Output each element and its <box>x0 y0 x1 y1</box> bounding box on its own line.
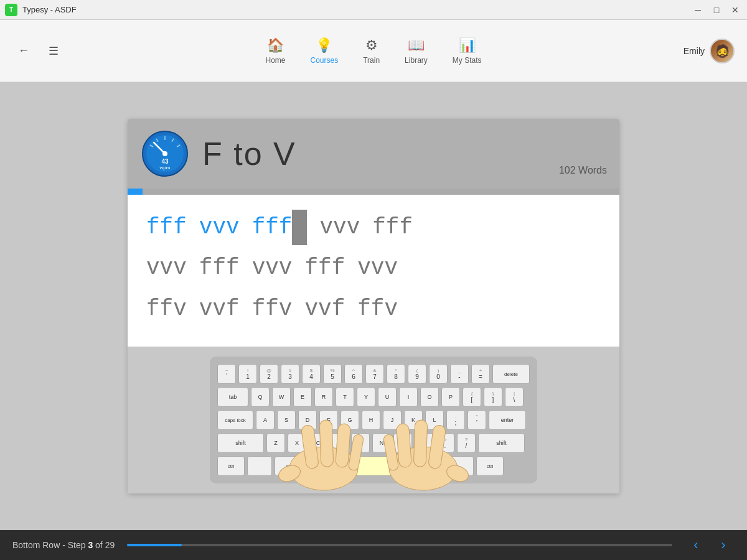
key-lbracket[interactable]: {[ <box>463 387 481 407</box>
key-y[interactable]: Y <box>357 387 375 407</box>
key-6[interactable]: ^6 <box>344 364 363 384</box>
key-space[interactable] <box>304 456 416 476</box>
key-d[interactable]: D <box>298 410 317 430</box>
key-4[interactable]: $4 <box>302 364 321 384</box>
key-1[interactable]: !1 <box>238 364 257 384</box>
key-5[interactable]: %5 <box>323 364 342 384</box>
word-3-2: vvf <box>199 291 240 327</box>
lesson-title: F to V <box>202 135 296 172</box>
key-e[interactable]: E <box>293 387 312 407</box>
key-h[interactable]: H <box>362 410 380 430</box>
word-1-3: fff <box>252 210 308 246</box>
nav-train[interactable]: ⚙ Train <box>363 37 380 65</box>
key-x[interactable]: X <box>288 433 306 453</box>
key-l[interactable]: L <box>425 410 444 430</box>
next-arrow[interactable]: › <box>712 534 735 556</box>
typing-area[interactable]: fff vvv fff vvv fff vvv fff vvv fff vvv … <box>128 195 619 347</box>
key-b[interactable]: B <box>351 433 370 453</box>
nav-right: Emily 🧔 <box>684 39 735 63</box>
key-a[interactable]: A <box>256 410 275 430</box>
key-ctrl-right[interactable]: ctrl <box>476 456 504 476</box>
home-icon: 🏠 <box>267 37 284 54</box>
key-minus[interactable]: _- <box>450 364 469 384</box>
train-icon: ⚙ <box>365 37 378 54</box>
key-8[interactable]: *8 <box>387 364 405 384</box>
nav-mystats[interactable]: 📊 My Stats <box>453 37 482 65</box>
close-button[interactable]: ✕ <box>728 3 742 17</box>
typing-line-3: ffv vvf ffv vvf ffv <box>146 291 601 327</box>
key-m[interactable]: M <box>393 433 412 453</box>
key-f[interactable]: F <box>319 410 338 430</box>
key-0[interactable]: )0 <box>429 364 448 384</box>
back-button[interactable]: ← <box>12 40 35 62</box>
nav-home-label: Home <box>266 56 286 65</box>
key-period[interactable]: >. <box>436 433 454 453</box>
key-s[interactable]: S <box>277 410 296 430</box>
key-equals[interactable]: += <box>471 364 490 384</box>
step-section: Bottom Row <box>12 540 60 550</box>
title-bar: T Typesy - ASDF ─ □ ✕ <box>0 0 747 20</box>
key-enter[interactable]: enter <box>489 410 526 430</box>
key-row-zxcv: shift Z X C V B N M <, >. ?/ shift <box>217 433 530 453</box>
key-tab[interactable]: tab <box>217 387 248 407</box>
key-comma[interactable]: <, <box>415 433 433 453</box>
key-r[interactable]: R <box>314 387 333 407</box>
key-t[interactable]: T <box>336 387 354 407</box>
key-k[interactable]: K <box>404 410 423 430</box>
menu-button[interactable]: ☰ <box>42 40 65 62</box>
key-shift-left[interactable]: shift <box>217 433 264 453</box>
key-fn2[interactable] <box>449 456 474 476</box>
key-9[interactable]: (9 <box>408 364 426 384</box>
key-i[interactable]: I <box>399 387 418 407</box>
word-3-5: ffv <box>357 291 398 327</box>
key-tilde[interactable]: ~` <box>217 364 236 384</box>
key-c[interactable]: C <box>309 433 327 453</box>
avatar[interactable]: 🧔 <box>710 39 735 63</box>
word-2-2: fff <box>199 250 240 286</box>
key-p[interactable]: P <box>441 387 460 407</box>
keyboard: ~` !1 @2 #3 $4 %5 ^6 &7 *8 (9 )0 _- += d… <box>210 357 537 483</box>
nav-library[interactable]: 📖 Library <box>405 37 428 65</box>
nav-home[interactable]: 🏠 Home <box>266 37 286 65</box>
key-j[interactable]: J <box>383 410 402 430</box>
key-2[interactable]: @2 <box>260 364 278 384</box>
key-capslock[interactable]: caps lock <box>217 410 253 430</box>
maximize-button[interactable]: □ <box>710 3 723 17</box>
word-3-3: ffv <box>252 291 293 327</box>
prev-arrow[interactable]: ‹ <box>685 534 707 556</box>
key-7[interactable]: &7 <box>365 364 384 384</box>
svg-point-8 <box>162 151 167 156</box>
key-g[interactable]: G <box>341 410 359 430</box>
key-shift-right[interactable]: shift <box>478 433 525 453</box>
nav-center: 🏠 Home 💡 Courses ⚙ Train 📖 Library 📊 My … <box>266 37 482 65</box>
title-bar-controls: ─ □ ✕ <box>691 3 742 17</box>
key-backslash[interactable]: |\ <box>505 387 524 407</box>
svg-text:wpm: wpm <box>159 165 171 170</box>
key-backspace[interactable]: delete <box>492 364 530 384</box>
key-slash[interactable]: ?/ <box>457 433 476 453</box>
step-separator: - Step <box>62 540 88 550</box>
key-z[interactable]: Z <box>266 433 285 453</box>
keyboard-area: ~` !1 @2 #3 $4 %5 ^6 &7 *8 (9 )0 _- += d… <box>128 347 619 493</box>
word-1-1: fff <box>146 210 187 246</box>
key-w[interactable]: W <box>272 387 291 407</box>
key-alt-left[interactable]: alt <box>275 456 302 476</box>
nav-courses[interactable]: 💡 Courses <box>311 37 339 65</box>
key-row-numbers: ~` !1 @2 #3 $4 %5 ^6 &7 *8 (9 )0 _- += d… <box>217 364 530 384</box>
key-ctrl-left[interactable]: ctrl <box>217 456 245 476</box>
minimize-button[interactable]: ─ <box>691 3 705 17</box>
key-3[interactable]: #3 <box>281 364 299 384</box>
key-o[interactable]: O <box>420 387 439 407</box>
key-quote[interactable]: "' <box>467 410 486 430</box>
key-q[interactable]: Q <box>251 387 270 407</box>
word-1-4: vvv <box>319 210 360 246</box>
key-rbracket[interactable]: }] <box>484 387 502 407</box>
key-alt-right[interactable]: alt <box>419 456 446 476</box>
key-v[interactable]: V <box>330 433 349 453</box>
word-3-4: vvf <box>304 291 345 327</box>
nav-bar: ← ☰ 🏠 Home 💡 Courses ⚙ Train 📖 Library 📊… <box>0 20 747 82</box>
key-n[interactable]: N <box>372 433 391 453</box>
key-u[interactable]: U <box>378 387 397 407</box>
key-semicolon[interactable]: :; <box>446 410 465 430</box>
key-fn[interactable] <box>247 456 272 476</box>
